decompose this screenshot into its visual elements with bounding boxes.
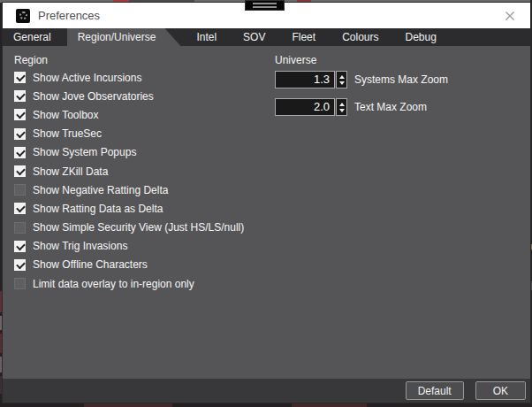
spin-up-icon[interactable] xyxy=(339,103,345,106)
window-title: Preferences xyxy=(38,9,100,22)
checkbox-label: Show Negative Ratting Delta xyxy=(33,184,168,196)
close-icon xyxy=(505,11,515,21)
content-panel: Region Show Active Incursions Show Jove … xyxy=(3,46,530,379)
default-button[interactable]: Default xyxy=(406,381,464,400)
checkbox-label: Show System Popups xyxy=(33,146,136,158)
checkbox-row[interactable]: Show Negative Ratting Delta xyxy=(14,180,244,199)
tab-label: General xyxy=(13,31,51,43)
region-header: Region xyxy=(14,54,244,66)
checkbox-label: Show ZKill Data xyxy=(33,165,108,178)
tab-label: SOV xyxy=(243,31,265,43)
background-red-sliver xyxy=(292,403,367,407)
checkbox[interactable] xyxy=(14,278,26,289)
checkbox-label: Show Offline Characters xyxy=(33,258,148,271)
checkbox-label: Show TrueSec xyxy=(33,127,102,140)
checkbox-label: Show Ratting Data as Delta xyxy=(33,203,163,215)
checkbox[interactable] xyxy=(14,147,26,158)
checkbox-row[interactable]: Show Active Incursions xyxy=(14,68,244,87)
tab[interactable]: Fleet xyxy=(281,28,326,46)
checkbox-row[interactable]: Show Jove Observatories xyxy=(14,87,244,105)
footer-bar: Default OK xyxy=(3,379,530,403)
region-section: Region Show Active Incursions Show Jove … xyxy=(14,54,244,293)
close-button[interactable] xyxy=(497,3,523,28)
checkbox[interactable] xyxy=(14,222,26,234)
spinner-row: 2.0 Text Max Zoom xyxy=(275,98,448,116)
spinner-row: 1.3 Systems Max Zoom xyxy=(275,71,448,88)
checkbox[interactable] xyxy=(14,72,26,83)
drag-handle-line xyxy=(253,6,277,8)
checkbox-label: Show Simple Security View (Just HS/LS/nu… xyxy=(33,221,244,234)
app-icon-glyph xyxy=(19,12,27,19)
checkbox-label: Show Trig Invasions xyxy=(33,240,127,252)
spin-down-icon[interactable] xyxy=(339,109,345,112)
universe-section: Universe 1.3 Systems Max Zoom 2.0 Text M… xyxy=(275,54,448,126)
tab-label: Debug xyxy=(406,31,437,43)
background-red-sliver xyxy=(84,403,172,407)
checkbox[interactable] xyxy=(14,203,26,214)
ok-button[interactable]: OK xyxy=(475,381,526,400)
checkbox[interactable] xyxy=(14,90,26,102)
spinner-arrows xyxy=(336,71,347,88)
checkbox-row[interactable]: Limit data overlay to in-region only xyxy=(14,274,244,293)
checkbox[interactable] xyxy=(14,184,26,196)
checkbox-row[interactable]: Show TrueSec xyxy=(14,125,244,143)
checkbox[interactable] xyxy=(14,259,26,271)
spinner-label: Systems Max Zoom xyxy=(354,73,448,86)
tab[interactable]: SOV xyxy=(232,28,276,46)
checkbox[interactable] xyxy=(14,128,26,140)
window-drag-handle[interactable] xyxy=(245,0,285,11)
checkbox[interactable] xyxy=(14,109,26,120)
checkbox-row[interactable]: Show Simple Security View (Just HS/LS/nu… xyxy=(14,219,244,237)
spin-up-icon[interactable] xyxy=(339,75,345,79)
tab[interactable]: Intel xyxy=(186,28,227,46)
checkbox-row[interactable]: Show Trig Invasions xyxy=(14,237,244,256)
tab-label: Fleet xyxy=(292,31,315,43)
region-options: Show Active Incursions Show Jove Observa… xyxy=(14,68,244,293)
tab[interactable]: Colours xyxy=(331,28,389,46)
background-app-sliver-bottom xyxy=(0,403,532,407)
preferences-dialog: Preferences General Region/Universe Inte… xyxy=(3,3,530,403)
checkbox[interactable] xyxy=(14,241,26,252)
tab-bar: General Region/Universe Intel SOV Fleet … xyxy=(3,28,530,46)
universe-header: Universe xyxy=(275,54,448,66)
checkbox-label: Show Toolbox xyxy=(33,109,99,121)
checkbox-row[interactable]: Show System Popups xyxy=(14,143,244,162)
tab[interactable]: General xyxy=(3,28,62,46)
checkbox-label: Show Active Incursions xyxy=(33,72,141,84)
tab-label: Region/Universe xyxy=(78,31,156,43)
checkbox-label: Show Jove Observatories xyxy=(33,90,154,103)
spinner-value-input[interactable]: 2.0 xyxy=(275,98,335,116)
checkbox-row[interactable]: Show ZKill Data xyxy=(14,162,244,180)
universe-spinners: 1.3 Systems Max Zoom 2.0 Text Max Zoom xyxy=(275,71,448,116)
drag-handle-line xyxy=(253,3,277,4)
checkbox[interactable] xyxy=(14,165,26,177)
checkbox-label: Limit data overlay to in-region only xyxy=(33,278,194,290)
tab[interactable]: Region/Universe xyxy=(67,28,181,46)
spinner-label: Text Max Zoom xyxy=(354,101,427,113)
checkbox-row[interactable]: Show Offline Characters xyxy=(14,256,244,274)
tab-label: Intel xyxy=(196,31,217,43)
tab[interactable]: Debug xyxy=(395,28,447,46)
app-icon xyxy=(16,9,30,23)
checkbox-row[interactable]: Show Toolbox xyxy=(14,105,244,124)
checkbox-row[interactable]: Show Ratting Data as Delta xyxy=(14,199,244,218)
spinner-value-input[interactable]: 1.3 xyxy=(275,71,335,88)
tab-label: Colours xyxy=(342,31,378,43)
spinner-arrows xyxy=(336,98,347,116)
spin-down-icon[interactable] xyxy=(339,81,345,85)
screen: Preferences General Region/Universe Inte… xyxy=(0,0,532,407)
